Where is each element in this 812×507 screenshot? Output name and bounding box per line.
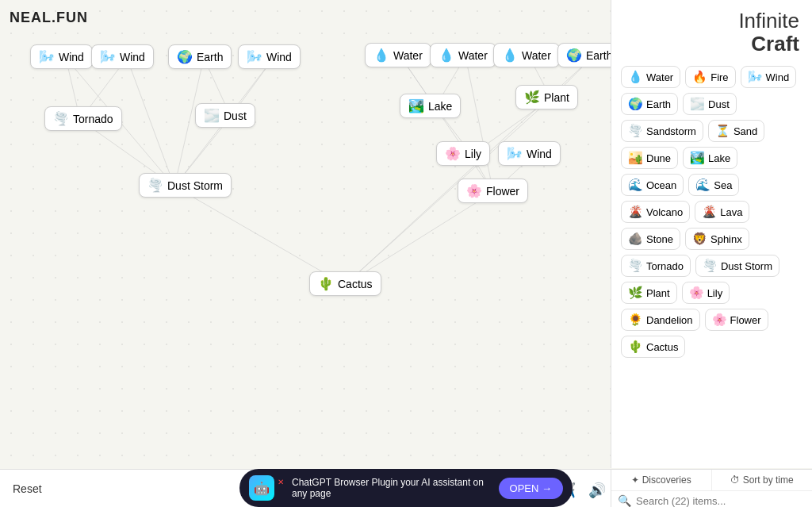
sidebar-item-lake[interactable]: 🏞️Lake [683, 147, 737, 169]
node-emoji: 🏞️ [408, 98, 424, 113]
canvas-node-lake[interactable]: 🏞️Lake [400, 94, 461, 118]
canvas-node-wind[interactable]: 🌬️Wind [30, 44, 93, 69]
sidebar-tabs: ✦ Discoveries ⏱ Sort by time [611, 470, 812, 491]
node-emoji: 🌪️ [147, 178, 163, 193]
sidebar-item-fire[interactable]: 🔥Fire [685, 66, 735, 88]
canvas-area[interactable]: 🌬️Wind🌬️Wind🌍Earth🌬️Wind💧Water💧Water💧Wat… [0, 0, 611, 468]
sidebar-item-volcano[interactable]: 🌋Volcano [621, 201, 690, 223]
canvas-node-lily[interactable]: 🌸Lily [436, 141, 490, 166]
sidebar-item-plant[interactable]: 🌿Plant [621, 282, 677, 304]
search-icon: 🔍 [618, 494, 631, 507]
sidebar: Infinite Craft 💧Water🔥Fire🌬️Wind🌍Earth🌫️… [611, 0, 812, 468]
node-emoji: 🌬️ [507, 146, 523, 161]
sidebar-item-ocean[interactable]: 🌊Ocean [621, 174, 684, 196]
sidebar-item-emoji: 🌋 [628, 205, 643, 219]
search-input[interactable] [636, 495, 806, 507]
node-label: Tornado [73, 113, 113, 125]
node-label: Flower [486, 185, 519, 198]
sidebar-item-label: Flower [730, 314, 761, 326]
node-label: Wind [527, 148, 552, 160]
ad-open-button[interactable]: OPEN → [499, 478, 563, 499]
sidebar-item-dandelion[interactable]: 🌻Dandelion [621, 309, 700, 331]
canvas-node-plant[interactable]: 🌿Plant [515, 85, 578, 109]
sidebar-item-label: Dust Storm [721, 260, 772, 272]
sidebar-item-water[interactable]: 💧Water [621, 66, 680, 88]
sort-tab[interactable]: ⏱ Sort by time [712, 470, 812, 490]
sidebar-item-dune[interactable]: 🏜️Dune [621, 147, 678, 169]
canvas-node-wind[interactable]: 🌬️Wind [498, 141, 561, 166]
sidebar-item-label: Dust [708, 98, 730, 110]
sidebar-item-label: Sphinx [710, 233, 742, 245]
sidebar-item-label: Ocean [646, 179, 676, 191]
node-label: Water [393, 49, 423, 62]
ad-close[interactable]: ✕ [278, 478, 284, 486]
node-label: Plant [544, 91, 569, 104]
node-label: Earth [197, 51, 223, 63]
sidebar-item-emoji: 🌪️ [703, 259, 718, 273]
node-emoji: 🌿 [524, 90, 540, 105]
sidebar-item-earth[interactable]: 🌍Earth [621, 93, 678, 115]
node-label: Wind [120, 51, 145, 63]
logo: NEAL.FUN [10, 10, 88, 26]
sidebar-item-emoji: 💧 [628, 70, 643, 84]
svg-line-14 [174, 186, 345, 285]
sidebar-item-emoji: 🌊 [695, 178, 710, 192]
discoveries-tab[interactable]: ✦ Discoveries [611, 470, 712, 490]
sidebar-item-label: Stone [646, 233, 673, 245]
canvas-node-flower[interactable]: 🌸Flower [458, 179, 528, 203]
node-emoji: 🌍 [177, 49, 193, 64]
node-emoji: 🌬️ [39, 49, 55, 64]
sidebar-item-cactus[interactable]: 🌵Cactus [621, 336, 685, 358]
node-emoji: 💧 [439, 48, 454, 63]
sidebar-item-sand[interactable]: ⏳Sand [708, 120, 764, 142]
canvas-node-tornado[interactable]: 🌪️Tornado [44, 106, 122, 131]
sidebar-item-dust[interactable]: 🌫️Dust [683, 93, 737, 115]
sidebar-item-flower[interactable]: 🌸Flower [705, 309, 768, 331]
sidebar-item-sandstorm[interactable]: 🌪️Sandstorm [621, 120, 703, 142]
sidebar-item-lava[interactable]: 🌋Lava [695, 201, 749, 223]
sidebar-item-emoji: 🌻 [628, 313, 643, 327]
sidebar-item-emoji: 🔥 [692, 70, 707, 84]
sidebar-item-label: Volcano [646, 206, 683, 218]
sidebar-item-label: Earth [646, 98, 671, 110]
svg-line-20 [400, 56, 493, 192]
sidebar-item-lily[interactable]: 🌸Lily [682, 282, 730, 304]
canvas-node-water[interactable]: 💧Water [493, 43, 560, 67]
sidebar-item-tornado[interactable]: 🌪️Tornado [621, 255, 691, 277]
sound-icon[interactable]: 🔊 [588, 482, 606, 499]
node-emoji: 🌫️ [204, 108, 220, 123]
sidebar-item-sea[interactable]: 🌊Sea [688, 174, 739, 196]
ad-text: ChatGPT Browser Plugin your AI assistant… [292, 477, 491, 499]
canvas-node-water[interactable]: 💧Water [430, 43, 496, 67]
node-label: Wind [59, 51, 84, 63]
node-label: Water [458, 49, 488, 62]
canvas-node-earth[interactable]: 🌍Earth [557, 43, 611, 67]
sidebar-item-stone[interactable]: 🪨Stone [621, 228, 680, 250]
sidebar-item-label: Sea [714, 179, 732, 191]
canvas-node-dust-storm[interactable]: 🌪️Dust Storm [139, 173, 232, 198]
sidebar-item-label: Lake [708, 152, 730, 164]
sidebar-item-wind[interactable]: 🌬️Wind [741, 66, 797, 88]
game-title: Infinite Craft [618, 6, 806, 63]
canvas-node-dust[interactable]: 🌫️Dust [195, 103, 255, 128]
canvas-node-wind[interactable]: 🌬️Wind [91, 44, 154, 69]
sidebar-items-list: 💧Water🔥Fire🌬️Wind🌍Earth🌫️Dust🌪️Sandstorm… [618, 63, 806, 361]
node-label: Earth [586, 49, 611, 62]
sidebar-item-dust-storm[interactable]: 🌪️Dust Storm [695, 255, 779, 277]
sidebar-item-emoji: 🌸 [689, 286, 704, 300]
canvas-node-cactus[interactable]: 🌵Cactus [309, 271, 381, 296]
canvas-node-water[interactable]: 💧Water [365, 43, 431, 67]
sidebar-item-label: Wind [766, 71, 790, 83]
node-emoji: 🌪️ [53, 111, 69, 126]
node-emoji: 🌬️ [100, 49, 116, 64]
sidebar-item-label: Fire [710, 71, 728, 83]
node-label: Lily [465, 148, 481, 160]
sidebar-item-sphinx[interactable]: 🦁Sphinx [685, 228, 749, 250]
node-label: Wind [266, 51, 292, 63]
game-title-craft: Craft [624, 33, 799, 56]
reset-button[interactable]: Reset [13, 482, 42, 495]
canvas-node-earth[interactable]: 🌍Earth [168, 44, 232, 69]
svg-line-21 [465, 56, 493, 192]
node-emoji: 🌸 [445, 146, 461, 161]
canvas-node-wind[interactable]: 🌬️Wind [238, 44, 301, 69]
